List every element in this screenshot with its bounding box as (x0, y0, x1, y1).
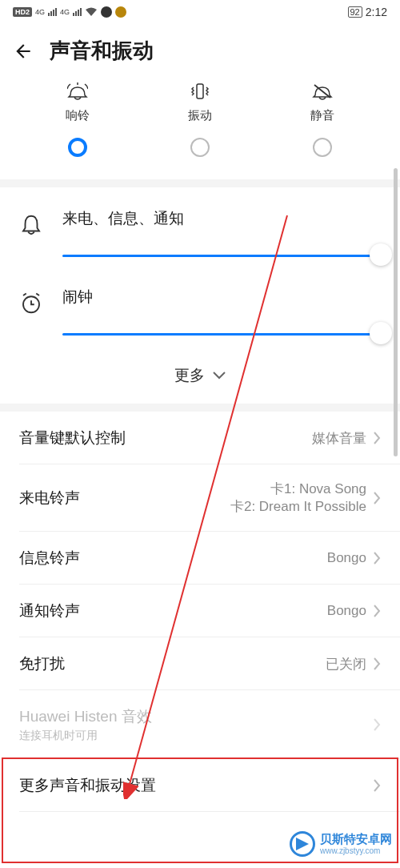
mode-vibrate[interactable]: 振动 (138, 82, 261, 123)
sound-mode-row: 响铃 振动 静音 (0, 73, 400, 123)
bell-ring-icon (66, 82, 90, 102)
setting-volume-key-title: 音量键默认控制 (19, 428, 126, 448)
setting-dnd-value: 已关闭 (326, 655, 366, 673)
battery-icon: 92 (348, 6, 362, 18)
more-label: 更多 (174, 365, 205, 386)
signal-icon-1 (48, 8, 57, 16)
scroll-indicator[interactable] (394, 168, 398, 868)
settings-list: 音量键默认控制 媒体音量 来电铃声 卡1: Nova Song 卡2: Drea… (0, 412, 400, 812)
back-arrow-icon[interactable] (13, 41, 34, 62)
status-left: HD2 4G 4G (13, 6, 126, 18)
mode-radio-row (0, 123, 400, 179)
more-volumes-toggle[interactable]: 更多 (0, 351, 400, 404)
status-bar: HD2 4G 4G 92 2:12 (0, 0, 400, 22)
alarm-clock-icon (19, 291, 43, 315)
hd-badge: HD2 (13, 7, 32, 17)
volume-notification-row: 来电、信息、通知 (19, 208, 381, 266)
setting-volume-key-value: 媒体音量 (312, 429, 366, 448)
wifi-icon (85, 7, 98, 17)
section-divider-2 (0, 404, 400, 412)
setting-histen-sub: 连接耳机时可用 (19, 729, 152, 743)
watermark: 贝斯特安卓网 www.zjbstyy.com (290, 831, 392, 857)
vibrate-icon (188, 82, 212, 102)
volume-alarm-row: 闹钟 (19, 287, 381, 344)
setting-notification-value: Bongo (327, 603, 366, 619)
signal-icon-2 (73, 8, 82, 16)
chevron-right-icon (373, 718, 381, 731)
setting-ringtone[interactable]: 来电铃声 卡1: Nova Song 卡2: Dream It Possible (0, 464, 400, 532)
svg-rect-0 (197, 84, 203, 98)
volume-section: 来电、信息、通知 (0, 187, 400, 272)
setting-message-value: Bongo (327, 550, 366, 566)
setting-more-sound[interactable]: 更多声音和振动设置 (0, 759, 400, 812)
mode-vibrate-label: 振动 (188, 108, 212, 123)
setting-ringtone-line2: 卡2: Dream It Possible (230, 498, 366, 516)
chevron-right-icon (373, 657, 381, 670)
watermark-name: 贝斯特安卓网 (320, 833, 392, 846)
mode-ring-label: 响铃 (66, 108, 90, 123)
header: 声音和振动 (0, 22, 400, 73)
setting-histen: Huawei Histen 音效 连接耳机时可用 (0, 690, 400, 759)
status-app-icon-1 (101, 6, 112, 18)
volume-notification-label: 来电、信息、通知 (62, 208, 381, 229)
status-app-icon-2 (115, 6, 126, 18)
net-4g-2: 4G (60, 8, 70, 16)
radio-vibrate[interactable] (138, 138, 261, 157)
net-4g-1: 4G (35, 8, 45, 16)
watermark-url: www.zjbstyy.com (320, 846, 392, 855)
volume-notification-slider[interactable] (62, 243, 381, 266)
setting-dnd-title: 免打扰 (19, 653, 65, 674)
setting-ringtone-line1: 卡1: Nova Song (270, 480, 366, 498)
chevron-right-icon (373, 605, 381, 617)
mode-ring[interactable]: 响铃 (16, 82, 138, 123)
setting-more-sound-title: 更多声音和振动设置 (19, 775, 156, 796)
volume-alarm-slider[interactable] (62, 322, 381, 344)
bell-outline-icon (19, 213, 43, 237)
radio-silent[interactable] (262, 138, 384, 157)
chevron-right-icon (373, 779, 381, 792)
setting-message-title: 信息铃声 (19, 548, 80, 569)
chevron-right-icon (373, 552, 381, 565)
mode-silent-label: 静音 (310, 108, 334, 123)
radio-ring[interactable] (16, 138, 138, 157)
mode-silent[interactable]: 静音 (262, 82, 384, 123)
setting-ringtone-title: 来电铃声 (19, 488, 80, 508)
volume-alarm-label: 闹钟 (62, 287, 381, 307)
section-divider (0, 179, 400, 187)
chevron-right-icon (373, 492, 381, 504)
setting-message-tone[interactable]: 信息铃声 Bongo (0, 532, 400, 585)
watermark-logo-icon (290, 831, 315, 857)
volume-alarm-block: 闹钟 (0, 272, 400, 351)
scroll-thumb[interactable] (394, 168, 398, 456)
setting-notification-title: 通知铃声 (19, 601, 80, 621)
setting-histen-title: Huawei Histen 音效 (19, 706, 152, 727)
setting-notification-tone[interactable]: 通知铃声 Bongo (0, 585, 400, 637)
chevron-right-icon (373, 432, 381, 444)
setting-dnd[interactable]: 免打扰 已关闭 (0, 637, 400, 690)
status-right: 92 2:12 (348, 6, 388, 18)
setting-volume-key[interactable]: 音量键默认控制 媒体音量 (0, 412, 400, 464)
chevron-down-icon (213, 372, 226, 380)
bell-silent-icon (310, 82, 334, 102)
page-title: 声音和振动 (50, 37, 154, 65)
clock: 2:12 (366, 6, 387, 18)
